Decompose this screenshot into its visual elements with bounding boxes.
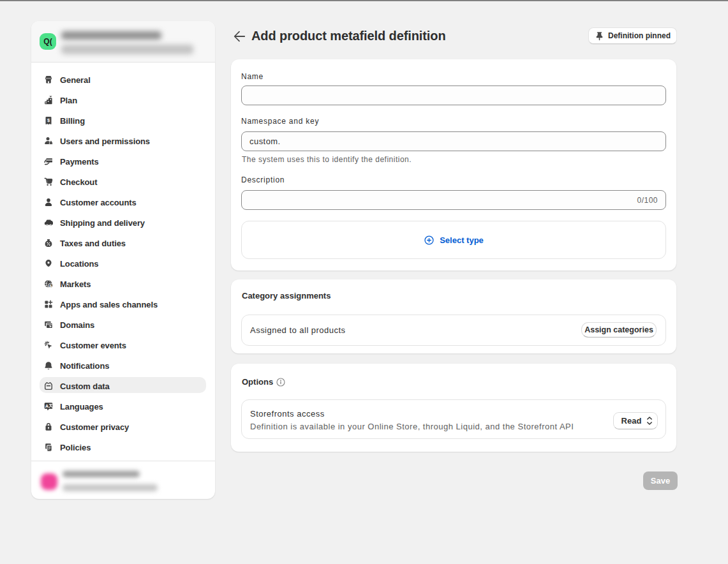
svg-text:$: $	[49, 283, 52, 288]
svg-text:A: A	[45, 403, 49, 409]
svg-text:$: $	[47, 117, 50, 123]
